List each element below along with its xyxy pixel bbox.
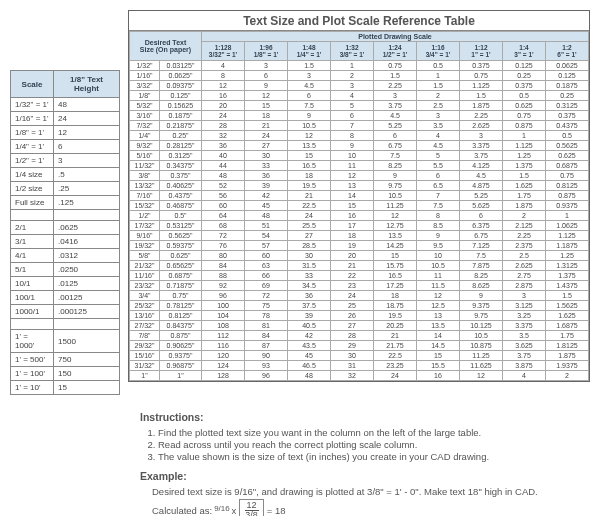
table-row: 17/32"0.53125"685125.51712.758.56.3752.1… (130, 221, 589, 231)
table-row: 1/4"0.25"322412864310.5 (130, 131, 589, 141)
calc-lead-frac: 9/16 (214, 504, 229, 516)
small-row: 5/1.0250 (11, 263, 120, 277)
table-row: 5/16"0.3125"403015107.553.751.250.625 (130, 151, 589, 161)
table-row: 3/32"0.09375"1294.532.251.51.1250.3750.1… (130, 81, 589, 91)
desired-text-label-2: Size (On paper) (131, 46, 200, 53)
scale-col-header: 1:26" = 1' (546, 42, 589, 61)
scale-col-header: 1:481/4" = 1' (288, 42, 331, 61)
instruction-item: The value shown is the size of text (in … (158, 451, 590, 462)
table-row: 1/2"0.5"64482416128621 (130, 211, 589, 221)
scale-col-header: 1:323/8" = 1' (331, 42, 374, 61)
table-row: 19/32"0.59375"765728.51914.259.57.1252.3… (130, 241, 589, 251)
instruction-item: Find the plotted text size you want in t… (158, 427, 590, 438)
table-row: 15/32"0.46875"604522.51511.257.55.6251.8… (130, 201, 589, 211)
small-row: 1/32" = 1'48 (11, 98, 120, 112)
plotted-scale-header: Plotted Drawing Scale (202, 32, 589, 42)
table-row: 1/32"0.03125"431.510.750.50.3750.1250.06… (130, 61, 589, 71)
table-row: 25/32"0.78125"1007537.52518.7512.59.3753… (130, 301, 589, 311)
table-row: 13/16"0.8125"10478392619.5139.753.251.62… (130, 311, 589, 321)
small-row: 100/1.00125 (11, 291, 120, 305)
small-row: 1/4" = 1'6 (11, 140, 120, 154)
table-row: 29/32"0.90625"1168743.52921.7514.510.875… (130, 341, 589, 351)
small-row: 1' = 500'750 (11, 353, 120, 367)
table-row: 1/8"0.125"161264321.50.50.25 (130, 91, 589, 101)
table-row: 15/16"0.9375"12090453022.51511.253.751.8… (130, 351, 589, 361)
small-row: 1/16" = 1'24 (11, 112, 120, 126)
table-row: 7/8"0.875"112844228211410.53.51.75 (130, 331, 589, 341)
table-row: 21/32"0.65625"846331.52115.7510.57.8752.… (130, 261, 589, 271)
table-row: 27/32"0.84375"1088140.52720.2513.510.125… (130, 321, 589, 331)
small-scale-table: Scale 1/8" Text Height 1/32" = 1'481/16"… (10, 70, 120, 395)
small-col-scale: Scale (11, 71, 54, 98)
calc-big-frac: 12 3/8 (239, 499, 264, 516)
small-row: 1' = 10'15 (11, 381, 120, 395)
example-calc: Calculated as: 9/16 x 12 3/8 = 18 (152, 499, 590, 516)
small-row: 1000/1.000125 (11, 305, 120, 319)
scale-col-header: 1:241/2" = 1' (374, 42, 417, 61)
instruction-item: Read across until you reach the correct … (158, 439, 590, 450)
table-row: 23/32"0.71875"926934.52317.2511.58.6252.… (130, 281, 589, 291)
small-row: 2/1.0625 (11, 221, 120, 235)
small-col-height: 1/8" Text Height (54, 71, 120, 98)
small-row: 1/4 size.5 (11, 168, 120, 182)
table-row: 5/8"0.625"8060302015107.52.51.25 (130, 251, 589, 261)
table-row: 7/32"0.21875"282110.575.253.52.6250.8750… (130, 121, 589, 131)
small-row: 10/1.0125 (11, 277, 120, 291)
instructions-heading: Instructions: (140, 411, 590, 423)
scale-col-header: 1:121" = 1' (460, 42, 503, 61)
small-row: 4/1.0312 (11, 249, 120, 263)
table-row: 31/32"0.96875"1249346.53123.2515.511.625… (130, 361, 589, 371)
small-row: 1/8" = 1'12 (11, 126, 120, 140)
table-row: 3/16"0.1875"2418964.532.250.750.375 (130, 111, 589, 121)
small-row: Full size.125 (11, 196, 120, 210)
table-row: 7/16"0.4375"5642211410.575.251.750.875 (130, 191, 589, 201)
table-row: 5/32"0.1562520157.553.752.51.8750.6250.3… (130, 101, 589, 111)
table-row: 1"1"12896483224161242 (130, 371, 589, 381)
example-heading: Example: (140, 470, 590, 482)
table-row: 3/8"0.375"48361812964.51.50.75 (130, 171, 589, 181)
small-row: 1/2" = 1'3 (11, 154, 120, 168)
table-row: 1/16"0.0625"86321.510.750.250.125 (130, 71, 589, 81)
big-table-title: Text Size and Plot Scale Reference Table (129, 11, 589, 31)
small-row: 3/1.0416 (11, 235, 120, 249)
instructions-list: Find the plotted text size you want in t… (158, 427, 590, 462)
table-row: 11/32"0.34375"443316.5118.255.54.1251.37… (130, 161, 589, 171)
table-row: 13/32"0.40625"523919.5139.756.54.8751.62… (130, 181, 589, 191)
reference-table: Desired Text Size (On paper) Plotted Dra… (129, 31, 589, 381)
calc-suffix: = 18 (267, 505, 286, 516)
scale-col-header: 1:1283/32" = 1' (202, 42, 245, 61)
small-row: 1/2 size.25 (11, 182, 120, 196)
scale-col-header: 1:163/4" = 1' (417, 42, 460, 61)
reference-table-wrap: Text Size and Plot Scale Reference Table… (128, 10, 590, 382)
table-row: 9/16"0.5625"7254271813.596.752.251.125 (130, 231, 589, 241)
table-row: 3/4"0.75"967236241812931.5 (130, 291, 589, 301)
small-row: 1' = 100'150 (11, 367, 120, 381)
scale-col-header: 1:43" = 1' (503, 42, 546, 61)
example-desc: Desired text size is 9/16", and drawing … (152, 486, 590, 497)
calc-prefix: Calculated as: (152, 505, 212, 516)
table-row: 11/16"0.6875"8866332216.5118.252.751.375 (130, 271, 589, 281)
table-row: 9/32"0.28125"362713.596.754.53.3751.1250… (130, 141, 589, 151)
small-row: 1' = 1000'1500 (11, 330, 120, 353)
desired-text-label-1: Desired Text (131, 39, 200, 46)
instructions-block: Instructions: Find the plotted text size… (140, 411, 590, 516)
scale-col-header: 1:961/8" = 1' (245, 42, 288, 61)
